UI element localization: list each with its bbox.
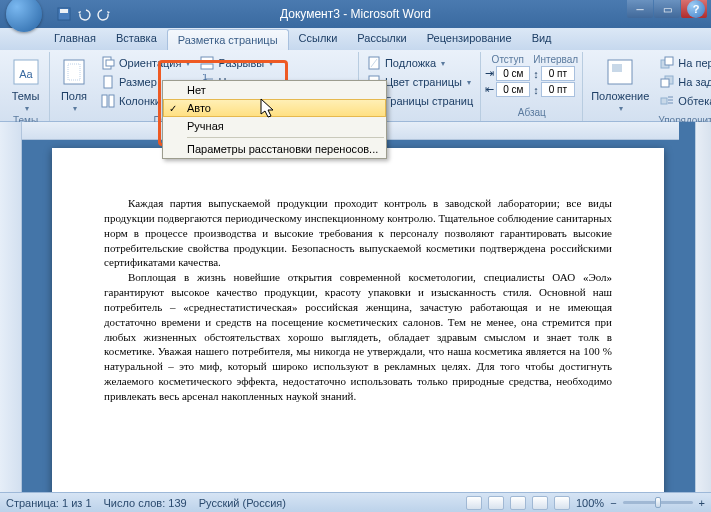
window-title: Документ3 - Microsoft Word bbox=[0, 7, 711, 21]
paragraph-1[interactable]: Каждая партия выпускаемой продукции прох… bbox=[104, 196, 612, 270]
office-button[interactable] bbox=[6, 0, 42, 32]
zoom-out-button[interactable]: − bbox=[610, 497, 616, 509]
tab-view[interactable]: Вид bbox=[522, 28, 562, 50]
svg-rect-29 bbox=[661, 98, 667, 104]
columns-icon bbox=[100, 93, 116, 109]
spacing-before-icon: ↕ bbox=[533, 68, 539, 80]
view-web-layout-icon[interactable] bbox=[510, 496, 526, 510]
view-outline-icon[interactable] bbox=[532, 496, 548, 510]
menu-separator bbox=[187, 137, 384, 138]
indent-right-icon: ⇤ bbox=[485, 83, 494, 96]
help-button[interactable]: ? bbox=[687, 0, 705, 18]
tab-insert[interactable]: Вставка bbox=[106, 28, 167, 50]
bring-front-button[interactable]: На передний план bbox=[656, 54, 711, 72]
send-back-icon bbox=[659, 74, 675, 90]
indent-right[interactable]: ⇤ bbox=[485, 82, 530, 97]
position-button[interactable]: Положение bbox=[587, 54, 653, 115]
group-paragraph-label: Абзац bbox=[485, 107, 578, 119]
svg-rect-10 bbox=[109, 95, 114, 107]
svg-rect-8 bbox=[104, 76, 112, 88]
menu-item-options[interactable]: Параметры расстановки переносов... bbox=[163, 140, 386, 158]
wrap-text-icon bbox=[659, 93, 675, 109]
check-icon: ✓ bbox=[169, 103, 177, 114]
watermark-button[interactable]: Подложка bbox=[363, 54, 476, 72]
document-viewport[interactable]: Каждая партия выпускаемой продукции прох… bbox=[22, 140, 695, 492]
breaks-icon bbox=[199, 55, 215, 71]
orientation-button[interactable]: Ориентация bbox=[97, 54, 193, 72]
themes-icon: Aa bbox=[10, 56, 42, 88]
spacing-header: Интервал bbox=[533, 54, 578, 65]
document-area: Каждая партия выпускаемой продукции прох… bbox=[0, 122, 711, 492]
svg-rect-9 bbox=[102, 95, 107, 107]
margins-label: Поля bbox=[61, 90, 87, 102]
breaks-button[interactable]: Разрывы bbox=[196, 54, 353, 72]
vertical-ruler[interactable] bbox=[0, 122, 22, 492]
titlebar: Документ3 - Microsoft Word ─ ▭ ✕ bbox=[0, 0, 711, 28]
svg-text:Aa: Aa bbox=[19, 68, 33, 80]
spacing-after[interactable]: ↕ bbox=[533, 82, 578, 97]
indent-left-icon: ⇥ bbox=[485, 67, 494, 80]
svg-rect-7 bbox=[106, 60, 114, 66]
tab-mailings[interactable]: Рассылки bbox=[347, 28, 416, 50]
zoom-in-button[interactable]: + bbox=[699, 497, 705, 509]
tab-page-layout[interactable]: Разметка страницы bbox=[167, 29, 289, 50]
status-page[interactable]: Страница: 1 из 1 bbox=[6, 497, 92, 509]
svg-rect-28 bbox=[661, 79, 669, 87]
status-lang[interactable]: Русский (Россия) bbox=[199, 497, 286, 509]
margins-icon bbox=[58, 56, 90, 88]
indent-left[interactable]: ⇥ bbox=[485, 66, 530, 81]
hyphenation-dropdown: Нет ✓Авто Ручная Параметры расстановки п… bbox=[162, 80, 387, 159]
menu-item-manual[interactable]: Ручная bbox=[163, 117, 386, 135]
themes-label: Темы bbox=[12, 90, 40, 102]
size-icon bbox=[100, 74, 116, 90]
position-icon bbox=[604, 56, 636, 88]
tab-review[interactable]: Рецензирование bbox=[417, 28, 522, 50]
view-print-layout-icon[interactable] bbox=[466, 496, 482, 510]
paragraph-2[interactable]: Воплощая в жизнь новейшие открытия совре… bbox=[104, 270, 612, 404]
menu-item-none[interactable]: Нет bbox=[163, 81, 386, 99]
indent-header: Отступ bbox=[485, 54, 530, 65]
page: Каждая партия выпускаемой продукции прох… bbox=[52, 148, 664, 492]
zoom-slider[interactable] bbox=[623, 501, 693, 504]
menu-item-auto[interactable]: ✓Авто bbox=[163, 99, 386, 117]
orientation-icon bbox=[100, 55, 116, 71]
spacing-after-icon: ↕ bbox=[533, 84, 539, 96]
status-words[interactable]: Число слов: 139 bbox=[104, 497, 187, 509]
send-back-button[interactable]: На задний план bbox=[656, 73, 711, 91]
spacing-before[interactable]: ↕ bbox=[533, 66, 578, 81]
minimize-button[interactable]: ─ bbox=[627, 0, 653, 18]
svg-rect-11 bbox=[201, 57, 213, 62]
zoom-level[interactable]: 100% bbox=[576, 497, 604, 509]
status-bar: Страница: 1 из 1 Число слов: 139 Русский… bbox=[0, 492, 711, 512]
tab-home[interactable]: Главная bbox=[44, 28, 106, 50]
wrap-text-button[interactable]: Обтекание текстом bbox=[656, 92, 711, 110]
svg-rect-26 bbox=[665, 57, 673, 65]
ribbon-tabs: Главная Вставка Разметка страницы Ссылки… bbox=[0, 28, 711, 50]
margins-button[interactable]: Поля bbox=[54, 54, 94, 115]
bring-front-icon bbox=[659, 55, 675, 71]
view-draft-icon[interactable] bbox=[554, 496, 570, 510]
maximize-button[interactable]: ▭ bbox=[654, 0, 680, 18]
zoom-handle[interactable] bbox=[655, 497, 661, 508]
svg-rect-12 bbox=[201, 64, 213, 69]
themes-button[interactable]: Aa Темы bbox=[6, 54, 45, 115]
svg-rect-24 bbox=[612, 64, 622, 72]
tab-references[interactable]: Ссылки bbox=[289, 28, 348, 50]
vertical-scrollbar[interactable] bbox=[695, 122, 711, 492]
view-full-screen-icon[interactable] bbox=[488, 496, 504, 510]
watermark-icon bbox=[366, 55, 382, 71]
